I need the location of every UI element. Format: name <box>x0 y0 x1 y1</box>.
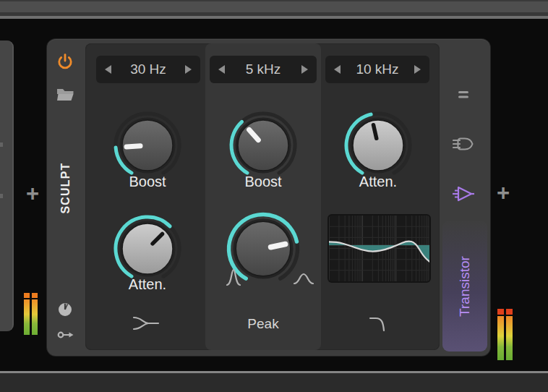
prev-arrow-icon[interactable] <box>105 65 111 74</box>
toolbar-strip <box>0 1 548 12</box>
low-atten-knob[interactable] <box>111 213 184 285</box>
mix-button[interactable] <box>458 88 468 95</box>
low-atten-label: Atten. <box>97 276 198 293</box>
crossover-icon <box>132 315 160 331</box>
amplifier-icon <box>452 184 475 203</box>
prev-arrow-icon[interactable] <box>334 65 341 74</box>
mid-freq-value[interactable]: 5 kHz <box>246 61 281 77</box>
level-meter-right <box>497 309 513 360</box>
mid-band-mode-button[interactable]: Peak <box>213 316 314 332</box>
panel-divider-top <box>0 16 548 19</box>
device-power-button[interactable] <box>56 53 74 70</box>
device-title[interactable]: SCULPT <box>59 162 72 213</box>
transistor-expander-tab[interactable]: Transistor <box>442 221 487 351</box>
clock-icon <box>58 302 72 317</box>
next-arrow-icon[interactable] <box>301 65 308 74</box>
device-parameter-panel: 30 Hz 5 kHz 10 kHz Boost Boost Atten. <box>85 43 440 350</box>
device-expander-rail: Transistor <box>440 39 490 356</box>
previous-device-icon <box>0 142 3 147</box>
bitwig-device-chain-view: + + SCULPT <box>0 0 548 392</box>
device-header-rail: SCULPT <box>47 39 85 356</box>
wide-bell-icon <box>294 272 314 285</box>
expander-tab-label: Transistor <box>457 256 473 317</box>
high-band-mode-button[interactable] <box>367 314 389 333</box>
band-response-display[interactable] <box>329 216 429 281</box>
previous-device-icon <box>0 194 3 198</box>
next-arrow-icon[interactable] <box>414 65 421 74</box>
device-preset-button[interactable] <box>56 87 75 103</box>
high-freq-selector[interactable]: 10 kHz <box>325 56 429 83</box>
mid-freq-selector[interactable]: 5 kHz <box>210 56 317 83</box>
io-routing-icon <box>453 136 474 152</box>
high-freq-value[interactable]: 10 kHz <box>356 61 398 77</box>
mid-boost-label: Boost <box>213 174 314 190</box>
folder-icon <box>56 87 75 103</box>
rolloff-icon <box>367 314 389 333</box>
next-arrow-icon[interactable] <box>185 65 192 74</box>
low-boost-knob[interactable] <box>111 109 184 182</box>
sculpt-device: SCULPT 30 Hz <box>47 39 490 356</box>
high-atten-label: Atten. <box>327 174 429 190</box>
key-mapping-icon <box>57 330 76 340</box>
high-atten-knob[interactable] <box>342 109 414 182</box>
window-chrome-bottom <box>0 373 548 392</box>
narrow-bell-icon <box>226 268 241 286</box>
low-boost-label: Boost <box>97 174 198 190</box>
low-freq-value[interactable]: 30 Hz <box>130 61 166 77</box>
add-device-button-left[interactable]: + <box>22 182 43 207</box>
note-delay-button[interactable] <box>58 302 72 317</box>
prev-arrow-icon[interactable] <box>218 65 225 74</box>
previous-device-edge[interactable] <box>0 41 14 331</box>
routing-button[interactable] <box>453 136 474 152</box>
low-freq-selector[interactable]: 30 Hz <box>96 56 200 83</box>
expander-amp-button[interactable] <box>452 184 475 203</box>
mid-band-panel <box>205 43 321 350</box>
low-band-mode-button[interactable] <box>132 315 160 331</box>
level-meter-left <box>24 293 38 335</box>
equalize-icon <box>458 91 468 98</box>
mapping-button[interactable] <box>57 330 76 340</box>
mid-boost-knob[interactable] <box>227 109 299 182</box>
add-device-button-right[interactable]: + <box>492 182 514 206</box>
